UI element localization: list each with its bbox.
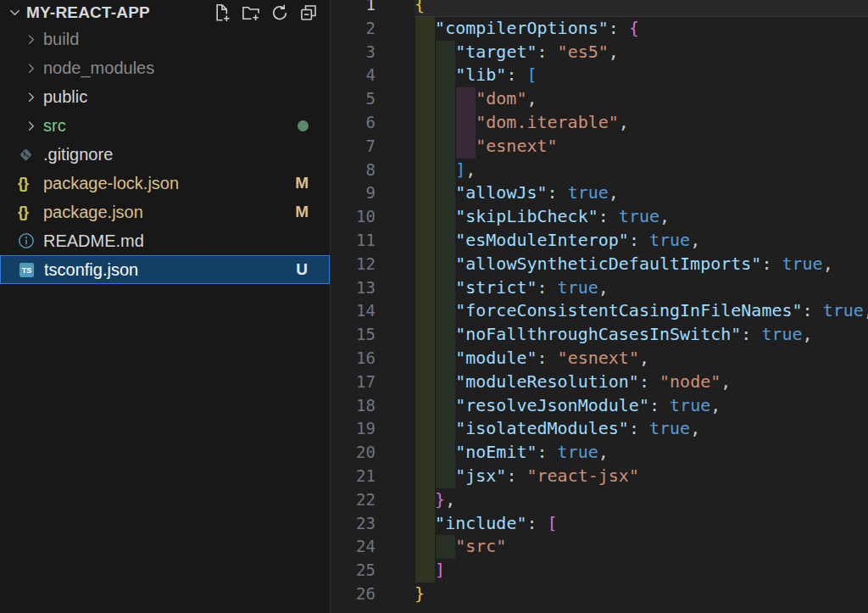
json-braces-icon: {} bbox=[18, 203, 43, 221]
code-content[interactable]: "noFallthroughCasesInSwitch": true, bbox=[415, 323, 868, 347]
collapse-all-button[interactable] bbox=[298, 2, 320, 24]
code-token: "allowJs" bbox=[455, 182, 547, 203]
code-content[interactable]: "src" bbox=[415, 535, 868, 559]
code-content[interactable]: "lib": [ bbox=[415, 64, 868, 87]
code-content[interactable]: "dom.iterable", bbox=[415, 111, 868, 135]
file-row--gitignore[interactable]: .gitignore bbox=[0, 140, 330, 169]
line-number[interactable]: 17 bbox=[331, 371, 376, 394]
code-line-23: 23 "include": [ bbox=[331, 512, 868, 536]
line-number[interactable]: 25 bbox=[331, 559, 376, 582]
code-text: "compilerOptions": { bbox=[415, 18, 639, 38]
code-content[interactable]: "strict": true, bbox=[415, 276, 868, 300]
code-content[interactable]: "allowSyntheticDefaultImports": true, bbox=[415, 253, 868, 276]
line-number[interactable]: 12 bbox=[331, 253, 376, 276]
file-row-tsconfig-json[interactable]: TStsconfig.jsonU bbox=[0, 255, 330, 284]
chevron-right-icon bbox=[18, 62, 43, 75]
file-label: .gitignore bbox=[43, 145, 113, 164]
folder-row-src[interactable]: src bbox=[0, 111, 330, 140]
code-content[interactable]: "jsx": "react-jsx" bbox=[415, 465, 868, 488]
code-line-25: 25 ] bbox=[331, 559, 868, 582]
code-content[interactable]: "target": "es5", bbox=[415, 41, 868, 64]
code-token: true bbox=[782, 254, 823, 274]
code-content[interactable]: "resolveJsonModule": true, bbox=[415, 394, 868, 418]
explorer-section-header[interactable]: MY-REACT-APP bbox=[0, 0, 330, 25]
code-line-14: 14 "forceConsistentCasingInFileNames": t… bbox=[331, 299, 868, 323]
info-icon bbox=[18, 232, 43, 249]
code-content[interactable]: "isolatedModules": true, bbox=[415, 417, 868, 441]
code-token: : bbox=[629, 230, 649, 250]
code-token: true bbox=[670, 395, 710, 415]
code-token: "esnext" bbox=[476, 136, 557, 156]
line-number[interactable]: 14 bbox=[331, 299, 376, 323]
code-text: "src" bbox=[415, 536, 506, 556]
code-token: : bbox=[537, 348, 558, 368]
line-number[interactable]: 3 bbox=[331, 41, 376, 64]
code-text: "module": "esnext", bbox=[415, 348, 649, 368]
code-text: "target": "es5", bbox=[415, 42, 619, 62]
code-content[interactable]: "include": [ bbox=[415, 512, 868, 536]
line-number[interactable]: 4 bbox=[331, 64, 376, 87]
code-token: "esnext" bbox=[558, 348, 639, 368]
code-content[interactable]: "module": "esnext", bbox=[415, 347, 868, 371]
line-number[interactable]: 26 bbox=[331, 582, 376, 606]
line-number[interactable]: 15 bbox=[331, 323, 376, 347]
line-number[interactable]: 9 bbox=[331, 181, 376, 205]
new-file-button[interactable] bbox=[211, 2, 233, 24]
line-number[interactable]: 21 bbox=[331, 465, 376, 488]
line-number[interactable]: 18 bbox=[331, 394, 376, 418]
refresh-button[interactable] bbox=[269, 2, 291, 24]
code-token: : bbox=[741, 324, 761, 344]
code-token: , bbox=[465, 159, 476, 180]
line-number[interactable]: 6 bbox=[331, 111, 376, 135]
line-number[interactable]: 5 bbox=[331, 87, 376, 111]
code-content[interactable]: "moduleResolution": "node", bbox=[415, 371, 868, 394]
line-number[interactable]: 24 bbox=[331, 535, 376, 559]
folder-row-build[interactable]: build bbox=[0, 25, 330, 53]
code-content[interactable]: "forceConsistentCasingInFileNames": true… bbox=[415, 299, 868, 323]
code-content[interactable]: "esnext" bbox=[415, 135, 868, 159]
file-row-package-json[interactable]: {}package.jsonM bbox=[0, 198, 330, 226]
code-content[interactable]: "noEmit": true, bbox=[415, 441, 868, 465]
code-token: , bbox=[690, 230, 700, 250]
code-token: "skipLibCheck" bbox=[455, 206, 598, 226]
code-line-4: 4 "lib": [ bbox=[331, 64, 868, 87]
folder-row-public[interactable]: public bbox=[0, 82, 330, 111]
code-text: ] bbox=[415, 560, 445, 580]
line-number[interactable]: 1 bbox=[331, 0, 376, 17]
file-row-readme-md[interactable]: README.md bbox=[0, 226, 330, 255]
line-number[interactable]: 20 bbox=[331, 441, 376, 465]
file-row-package-lock-json[interactable]: {}package-lock.jsonM bbox=[0, 169, 330, 198]
code-content[interactable]: "skipLibCheck": true, bbox=[415, 205, 868, 229]
code-content[interactable]: "dom", bbox=[415, 87, 868, 111]
new-folder-button[interactable] bbox=[240, 2, 262, 24]
code-content[interactable]: "compilerOptions": { bbox=[415, 17, 868, 41]
code-token: "moduleResolution" bbox=[455, 371, 639, 392]
code-line-13: 13 "strict": true, bbox=[331, 276, 868, 300]
line-number[interactable]: 16 bbox=[331, 347, 376, 371]
code-content[interactable]: ], bbox=[415, 159, 868, 182]
file-label: package-lock.json bbox=[43, 174, 179, 193]
line-number[interactable]: 7 bbox=[331, 135, 376, 159]
code-content[interactable]: } bbox=[415, 582, 868, 606]
line-number[interactable]: 10 bbox=[331, 205, 376, 229]
code-token: : bbox=[537, 277, 558, 298]
line-number[interactable]: 2 bbox=[331, 17, 376, 41]
line-number[interactable]: 19 bbox=[331, 417, 376, 441]
code-token: : bbox=[639, 371, 659, 392]
code-token: : bbox=[537, 442, 558, 462]
code-text: { bbox=[415, 0, 425, 14]
code-content[interactable]: "esModuleInterop": true, bbox=[415, 229, 868, 253]
code-content[interactable]: }, bbox=[415, 488, 868, 512]
code-token: , bbox=[445, 489, 455, 510]
refresh-icon bbox=[270, 3, 290, 23]
line-number[interactable]: 22 bbox=[331, 488, 376, 512]
line-number[interactable]: 11 bbox=[331, 229, 376, 253]
folder-row-node-modules[interactable]: node_modules bbox=[0, 53, 330, 82]
code-content[interactable]: { bbox=[415, 0, 868, 17]
code-content[interactable]: ] bbox=[415, 559, 868, 582]
line-number[interactable]: 8 bbox=[331, 159, 376, 182]
line-number[interactable]: 13 bbox=[331, 276, 376, 300]
code-content[interactable]: "allowJs": true, bbox=[415, 181, 868, 205]
git-status-badge: M bbox=[295, 203, 309, 221]
line-number[interactable]: 23 bbox=[331, 512, 376, 536]
